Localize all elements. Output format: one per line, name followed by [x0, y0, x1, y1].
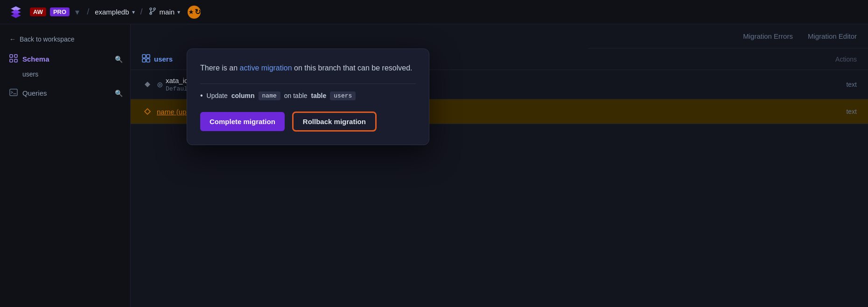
- path-sep-2: /: [140, 7, 143, 17]
- popup-text-suffix2: on this branch that can be resolved.: [294, 64, 413, 72]
- popup-table-value: users: [330, 91, 356, 100]
- main-content: Migration Errors Migration Editor users: [131, 24, 868, 307]
- branch-icon: [148, 7, 157, 17]
- sidebar-queries-section: Queries 🔍: [0, 84, 130, 102]
- sidebar-item-queries[interactable]: Queries 🔍: [0, 84, 130, 102]
- sidebar-schema-section: Schema 🔍 users: [0, 50, 130, 81]
- bullet-icon: •: [200, 91, 203, 100]
- popup-on-label: on table: [284, 92, 308, 99]
- back-to-workspace-link[interactable]: ← Back to workspace: [0, 32, 130, 47]
- popup-column-label: column: [231, 92, 255, 99]
- popup-table-label: table: [311, 92, 327, 99]
- active-migration-link[interactable]: active migration: [240, 64, 292, 72]
- branch-chevron-icon: ▾: [177, 9, 180, 15]
- sidebar-queries-label: Queries: [22, 89, 47, 97]
- queries-search-button[interactable]: 🔍: [115, 90, 123, 97]
- svg-point-0: [150, 8, 152, 10]
- popup-column-value: name: [259, 91, 280, 100]
- db-chevron-icon: ▾: [132, 9, 135, 15]
- popup-bullet-prefix: Update: [207, 92, 228, 99]
- db-name: exampledb: [95, 8, 129, 16]
- main-layout: ← Back to workspace Schema 🔍 users: [0, 24, 868, 307]
- popup-overlay: There is an active migration on this bra…: [131, 24, 868, 307]
- popup-text-prefix: There is an: [200, 64, 238, 72]
- path-sep-1: /: [87, 7, 89, 17]
- notification-badge[interactable]: ↻: [188, 6, 201, 19]
- branch-name: main: [160, 8, 175, 16]
- topbar: AW PRO ▾ / exampledb ▾ / main ▾ ↻: [0, 0, 868, 24]
- app-logo[interactable]: [7, 4, 24, 21]
- popup-actions: Complete migration Rollback migration: [200, 112, 416, 132]
- sidebar-users-item[interactable]: users: [0, 68, 130, 81]
- schema-grid-icon: [9, 54, 18, 64]
- db-selector[interactable]: exampledb ▾: [95, 8, 134, 16]
- popup-divider: [200, 84, 416, 84]
- popup-description: There is an active migration on this bra…: [200, 62, 416, 74]
- svg-rect-4: [14, 55, 17, 57]
- svg-rect-5: [10, 59, 13, 62]
- queries-terminal-icon: [9, 88, 18, 98]
- sidebar: ← Back to workspace Schema 🔍 users: [0, 24, 131, 307]
- branch-selector[interactable]: main ▾: [148, 7, 181, 17]
- rollback-migration-button[interactable]: Rollback migration: [292, 112, 377, 132]
- svg-point-1: [154, 8, 155, 10]
- pro-badge: PRO: [50, 7, 70, 16]
- sidebar-users-label: users: [22, 70, 38, 78]
- schema-search-button[interactable]: 🔍: [115, 56, 123, 63]
- svg-rect-7: [10, 89, 17, 96]
- svg-rect-6: [14, 59, 17, 62]
- svg-rect-3: [10, 55, 13, 57]
- popup-bullet: • Update column name on table table user…: [200, 91, 416, 100]
- back-to-workspace-label: Back to workspace: [20, 35, 75, 43]
- sidebar-item-schema[interactable]: Schema 🔍: [0, 50, 130, 68]
- separator-1: ▾: [75, 7, 79, 17]
- complete-migration-button[interactable]: Complete migration: [200, 112, 285, 131]
- user-initials-badge: AW: [30, 7, 46, 16]
- migration-popup: There is an active migration on this bra…: [187, 49, 429, 145]
- back-arrow-icon: ←: [9, 35, 16, 43]
- sidebar-schema-label: Schema: [22, 55, 49, 63]
